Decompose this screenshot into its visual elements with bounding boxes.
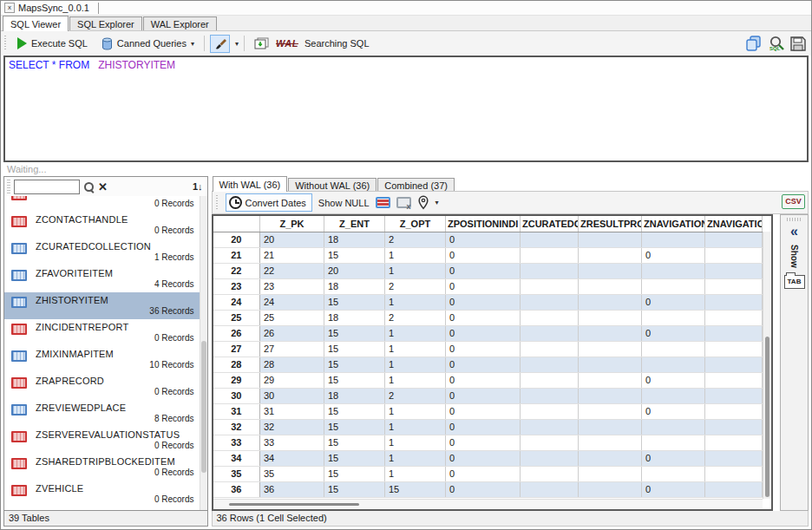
chevron-down-icon[interactable]: ▾: [435, 199, 439, 206]
list-item[interactable]: ZMIXINMAPITEM 10 Records: [4, 346, 200, 373]
cell[interactable]: [521, 310, 579, 325]
row-number[interactable]: 23: [213, 278, 260, 294]
list-item[interactable]: ZVEHICLE 0 Records: [4, 481, 200, 507]
list-item[interactable]: ZREVIEWEDPLACE 8 Records: [4, 400, 200, 427]
cell[interactable]: 1: [385, 341, 446, 357]
cell[interactable]: 22: [260, 263, 324, 278]
cell[interactable]: [642, 278, 705, 294]
wal-searching-sql-button[interactable]: WAL Searching SQL: [250, 35, 374, 53]
toolbar-grip[interactable]: [216, 195, 219, 211]
cell[interactable]: 0: [446, 263, 521, 278]
cell[interactable]: 18: [324, 310, 385, 325]
cell[interactable]: [521, 357, 579, 372]
cell[interactable]: 1: [385, 357, 446, 372]
cell[interactable]: [521, 481, 579, 497]
cell[interactable]: [521, 403, 579, 419]
cell[interactable]: [579, 294, 642, 310]
copy-icon[interactable]: [745, 36, 763, 51]
cell[interactable]: [705, 357, 763, 372]
convert-dates-button[interactable]: Convert Dates: [226, 193, 312, 212]
cell[interactable]: 0: [446, 310, 521, 325]
cell[interactable]: 36: [260, 481, 324, 497]
cell[interactable]: [705, 419, 763, 435]
tab-sql-viewer[interactable]: SQL Viewer: [3, 16, 69, 31]
list-item[interactable]: ZCURATEDCOLLECTION 1 Records: [4, 239, 200, 265]
cell[interactable]: [705, 341, 763, 357]
sql-search-icon[interactable]: SQL: [768, 36, 785, 51]
row-number[interactable]: 33: [213, 435, 260, 450]
tab-wal-explorer[interactable]: WAL Explorer: [143, 16, 217, 30]
cell[interactable]: [642, 310, 705, 325]
cell[interactable]: [521, 278, 579, 294]
cell[interactable]: 1: [385, 247, 446, 263]
row-number[interactable]: 35: [213, 466, 260, 481]
cell[interactable]: [579, 388, 642, 403]
tab-combined[interactable]: Combined (37): [377, 178, 455, 192]
cell[interactable]: 25: [260, 310, 324, 325]
cell[interactable]: [579, 357, 642, 372]
execute-sql-button[interactable]: Execute SQL: [13, 35, 92, 52]
row-number[interactable]: 20: [213, 232, 260, 247]
row-number[interactable]: 27: [213, 341, 260, 357]
cell[interactable]: [705, 372, 763, 388]
cell[interactable]: 1: [385, 466, 446, 481]
cell[interactable]: 0: [446, 232, 521, 247]
list-item[interactable]: ZSHAREDTRIPBLOCKEDITEM 0 Records: [4, 454, 200, 481]
cell[interactable]: 15: [324, 247, 385, 263]
column-header[interactable]: Z_OPT: [385, 216, 446, 232]
cell[interactable]: [705, 481, 763, 497]
cell[interactable]: 15: [324, 450, 385, 466]
cell[interactable]: [642, 419, 705, 435]
cell[interactable]: 1: [385, 294, 446, 310]
cell[interactable]: 20: [260, 232, 324, 247]
tab-export-button[interactable]: TAB: [784, 275, 805, 289]
cell[interactable]: [521, 388, 579, 403]
save-icon[interactable]: [790, 36, 806, 51]
tab-without-wal[interactable]: Without WAL (36): [288, 178, 377, 192]
cell[interactable]: [579, 450, 642, 466]
list-item[interactable]: ZFAVORITEITEM 4 Records: [4, 265, 200, 292]
cell[interactable]: 32: [260, 419, 324, 435]
cell[interactable]: 1: [385, 372, 446, 388]
cell[interactable]: 0: [446, 247, 521, 263]
grid-vertical-scrollbar-thumb[interactable]: [765, 337, 769, 497]
cell[interactable]: 0: [642, 481, 705, 497]
list-item[interactable]: ZCOMMUNITYID 0 Records: [4, 196, 200, 212]
cell[interactable]: 15: [324, 341, 385, 357]
cell[interactable]: [579, 278, 642, 294]
tab-sql-explorer[interactable]: SQL Explorer: [69, 16, 142, 30]
cell[interactable]: [705, 403, 763, 419]
row-number[interactable]: 32: [213, 419, 260, 435]
clear-search-icon[interactable]: ✕: [98, 181, 108, 193]
cell[interactable]: 0: [446, 341, 521, 357]
cell[interactable]: 34: [260, 450, 324, 466]
cell[interactable]: [521, 247, 579, 263]
cell[interactable]: 29: [260, 372, 324, 388]
row-number[interactable]: 31: [213, 403, 260, 419]
row-number[interactable]: 25: [213, 310, 260, 325]
cell[interactable]: 0: [446, 450, 521, 466]
format-sql-button[interactable]: [210, 35, 230, 53]
cell[interactable]: [579, 247, 642, 263]
cell[interactable]: 0: [446, 466, 521, 481]
cell[interactable]: [579, 481, 642, 497]
cell[interactable]: [705, 294, 763, 310]
column-header[interactable]: ZCURATEDCOL: [521, 216, 579, 232]
list-item[interactable]: ZRAPRECORD 0 Records: [4, 373, 200, 400]
cell[interactable]: [521, 232, 579, 247]
row-number[interactable]: 36: [213, 481, 260, 497]
cell[interactable]: [642, 357, 705, 372]
cell[interactable]: 18: [324, 388, 385, 403]
tab-with-wal[interactable]: With WAL (36): [213, 176, 288, 192]
row-number[interactable]: 34: [213, 450, 260, 466]
cell[interactable]: 0: [446, 294, 521, 310]
cell[interactable]: [521, 294, 579, 310]
cell[interactable]: 2: [385, 232, 446, 247]
cell[interactable]: 0: [446, 278, 521, 294]
cell[interactable]: [579, 325, 642, 341]
cell[interactable]: [642, 232, 705, 247]
cell[interactable]: 0: [446, 325, 521, 341]
cell[interactable]: 0: [446, 481, 521, 497]
show-panel-label[interactable]: Show: [789, 245, 799, 268]
map-pin-icon[interactable]: [417, 195, 429, 210]
